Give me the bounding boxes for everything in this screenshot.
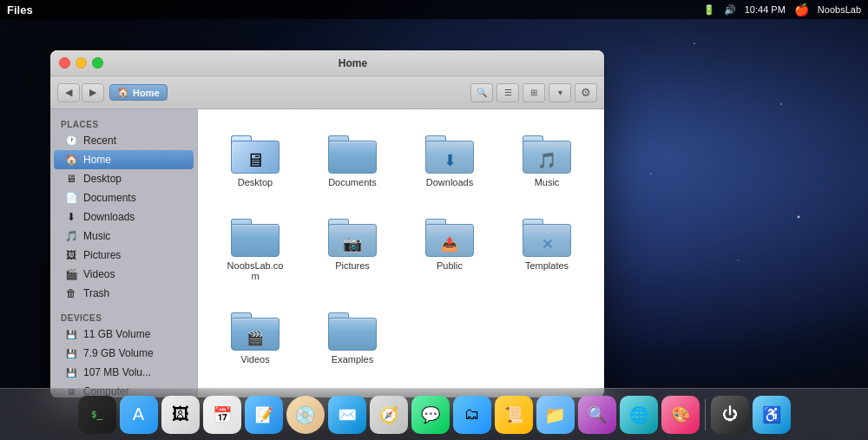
file-item-pictures[interactable]: 📷 Pictures — [312, 210, 392, 286]
desktop-folder-icon: 🖥 — [231, 132, 279, 174]
sidebar-item-home[interactable]: 🏠 Home — [54, 150, 194, 169]
file-item-music[interactable]: 🎵 Music — [507, 127, 587, 193]
dock-item-network[interactable]: 🌐 — [620, 396, 658, 434]
dock-item-wallpaper[interactable]: 🎨 — [661, 396, 700, 434]
sidebar-item-recent[interactable]: 🕐 Recent — [54, 131, 194, 150]
settings-button[interactable]: ⚙ — [575, 83, 597, 102]
forward-button[interactable]: ▶ — [82, 83, 104, 102]
calendar-icon: 📅 — [213, 405, 232, 424]
places-header: Places — [50, 116, 197, 131]
sidebar-item-videos[interactable]: 🎬 Videos — [54, 265, 194, 284]
templates-file-label: Templates — [525, 260, 569, 271]
minimize-button[interactable] — [76, 57, 87, 69]
menubar: Files 🔋 🔊 10:44 PM 🍎 NoobsLab — [0, 0, 868, 19]
back-button[interactable]: ◀ — [57, 83, 80, 102]
sidebar-item-trash[interactable]: 🗑 Trash — [54, 284, 194, 303]
devices-header: Devices — [50, 310, 197, 325]
sidebar: Places 🕐 Recent 🏠 Home 🖥 Desktop 📄 Docum… — [50, 109, 198, 397]
list-view-button[interactable]: ☰ — [496, 83, 519, 102]
sidebar-item-vol3[interactable]: 💾 107 MB Volu... — [54, 363, 194, 382]
downloads-file-label: Downloads — [426, 177, 473, 187]
vol1-icon: 💾 — [64, 327, 78, 341]
dock-item-messages[interactable]: 💬 — [411, 396, 450, 434]
dock-item-accessibility[interactable]: ♿ — [753, 396, 791, 434]
videos-folder-icon: 🎬 — [231, 309, 279, 351]
documents-folder-icon — [328, 132, 377, 174]
dock-item-power[interactable]: ⏻ — [711, 396, 749, 434]
music-sidebar-icon: 🎵 — [64, 229, 78, 243]
noobslab-file-label: NoobsLab.com — [225, 260, 286, 281]
search-button[interactable]: 🔍 — [470, 83, 493, 102]
file-item-public[interactable]: 📤 Public — [410, 210, 490, 286]
trash-sidebar-icon: 🗑 — [64, 286, 78, 300]
downloads-sidebar-icon: ⬇ — [64, 210, 78, 224]
dock-item-textedit[interactable]: 📝 — [245, 396, 283, 434]
home-icon: 🏠 — [117, 87, 129, 98]
videos-sidebar-icon: 🎬 — [64, 267, 78, 281]
sidebar-item-music[interactable]: 🎵 Music — [54, 227, 194, 246]
file-item-desktop[interactable]: 🖥 Desktop — [215, 127, 295, 193]
pictures-label: Pictures — [83, 249, 121, 261]
dock-item-terminal[interactable]: $_ — [78, 396, 116, 434]
dock-item-safari[interactable]: 🧭 — [370, 396, 408, 434]
sidebar-item-vol2[interactable]: 💾 7.9 GB Volume — [54, 344, 194, 363]
file-item-templates[interactable]: ✕ Templates — [507, 210, 587, 286]
dock-separator — [705, 399, 706, 430]
file-item-noobslab[interactable]: NoobsLab.com — [215, 210, 295, 286]
pictures-sidebar-icon: 🖼 — [64, 248, 78, 262]
trash-label: Trash — [83, 287, 109, 299]
power-icon: ⏻ — [722, 405, 738, 424]
maximize-button[interactable] — [92, 57, 103, 69]
sidebar-item-vol1[interactable]: 💾 11 GB Volume — [54, 325, 194, 344]
dock-item-cd[interactable]: 💿 — [286, 396, 325, 434]
photos-icon: 🖼 — [172, 404, 189, 424]
sort-button[interactable]: ▾ — [549, 83, 571, 102]
dock-item-calendar[interactable]: 📅 — [203, 396, 241, 434]
close-button[interactable] — [59, 57, 70, 69]
location-bar: 🏠 Home — [109, 84, 285, 101]
audio-icon: 🔊 — [724, 4, 736, 16]
app-name: Files — [7, 3, 33, 16]
sidebar-item-downloads[interactable]: ⬇ Downloads — [54, 207, 194, 227]
dock-item-folder[interactable]: 📁 — [536, 396, 575, 434]
music-folder-icon: 🎵 — [523, 132, 571, 174]
menubar-left: Files — [7, 3, 33, 16]
dock: $_ A 🖼 📅 📝 💿 ✉️ 🧭 💬 🗂 📜 📁 🔍 🌐 🎨 ⏻ — [0, 388, 868, 440]
recent-icon: 🕐 — [64, 134, 78, 148]
nav-buttons: ◀ ▶ — [57, 83, 104, 102]
examples-file-label: Examples — [332, 354, 373, 364]
location-badge[interactable]: 🏠 Home — [109, 84, 168, 101]
toolbar-right: 🔍 ☰ ⊞ ▾ ⚙ — [470, 83, 597, 102]
dock-item-scripts[interactable]: 📜 — [495, 396, 533, 434]
dock-item-mail[interactable]: ✉️ — [328, 396, 366, 434]
dock-item-search[interactable]: 🔍 — [578, 396, 616, 434]
public-folder-icon: 📤 — [425, 215, 474, 257]
clock: 10:44 PM — [745, 4, 786, 15]
dock-item-appstore[interactable]: A — [120, 396, 158, 434]
file-grid: 🖥 Desktop Documents — [215, 127, 587, 370]
apple-icon: 🍎 — [794, 3, 809, 16]
grid-view-button[interactable]: ⊞ — [523, 83, 545, 102]
file-item-videos[interactable]: 🎬 Videos — [215, 304, 295, 370]
sidebar-item-desktop[interactable]: 🖥 Desktop — [54, 169, 194, 188]
search-dock-icon: 🔍 — [588, 405, 607, 424]
appstore-icon: A — [133, 404, 144, 424]
sidebar-item-documents[interactable]: 📄 Documents — [54, 188, 194, 207]
window-title: Home — [110, 57, 595, 69]
file-area: 🖥 Desktop Documents — [198, 109, 604, 397]
dock-item-finder[interactable]: 🗂 — [453, 396, 491, 434]
file-item-examples[interactable]: Examples — [312, 304, 392, 370]
templates-folder-icon: ✕ — [523, 215, 571, 257]
vol2-label: 7.9 GB Volume — [83, 347, 154, 359]
documents-sidebar-icon: 📄 — [64, 191, 78, 205]
noobslab-folder-icon — [231, 215, 279, 257]
desktop-sidebar-icon: 🖥 — [64, 172, 78, 186]
file-item-downloads[interactable]: ⬇ Downloads — [410, 127, 490, 193]
sidebar-item-pictures[interactable]: 🖼 Pictures — [54, 246, 194, 265]
file-item-documents[interactable]: Documents — [312, 127, 392, 193]
scripts-icon: 📜 — [504, 405, 523, 424]
videos-file-label: Videos — [240, 354, 269, 364]
network-dock-icon: 🌐 — [629, 405, 648, 424]
home-sidebar-icon: 🏠 — [64, 153, 78, 167]
dock-item-photos[interactable]: 🖼 — [161, 396, 200, 434]
